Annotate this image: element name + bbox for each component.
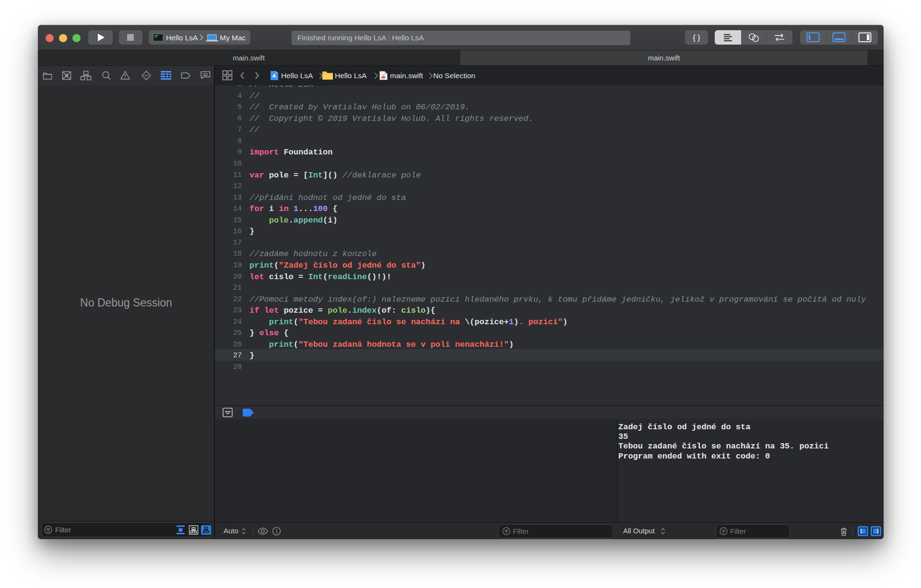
svg-text:{ }: { } <box>693 34 700 42</box>
svg-text:Hello LsA: Hello LsA <box>166 34 198 42</box>
svg-text:My Mac: My Mac <box>220 34 246 42</box>
